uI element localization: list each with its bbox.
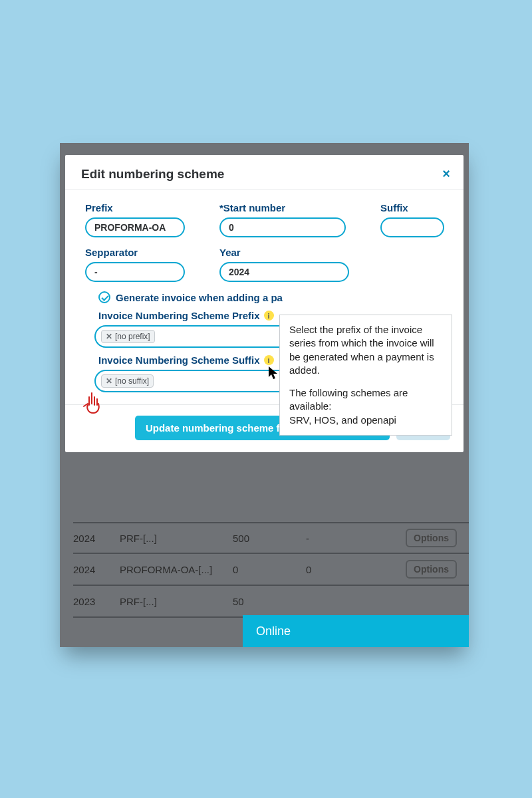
close-icon[interactable]: ×: [442, 167, 450, 180]
field-start-number: *Start number: [219, 202, 346, 237]
table-row: 2024 PROFORMA-OA-[...] 0 0 Options: [73, 554, 469, 586]
cell-a: 500: [233, 533, 306, 544]
separator-input[interactable]: [85, 262, 185, 282]
generate-invoice-toggle[interactable]: Generate invoice when adding a pa: [98, 291, 444, 303]
edit-numbering-scheme-modal: Edit numbering scheme × Prefix *Start nu…: [65, 155, 464, 452]
svg-marker-0: [269, 366, 277, 379]
field-year: Year: [219, 247, 349, 282]
scheme-prefix-text: Invoice Numbering Scheme Prefix: [98, 310, 260, 321]
tooltip-text: The following schemes are available:: [289, 387, 408, 412]
field-prefix: Prefix: [85, 202, 185, 237]
suffix-label: Suffix: [380, 202, 444, 213]
start-number-label: *Start number: [219, 202, 346, 213]
cell-a: 0: [233, 564, 306, 575]
cell-year: 2024: [73, 533, 120, 544]
scheme-suffix-text: Invoice Numbering Scheme Suffix: [98, 354, 260, 366]
remove-chip-icon[interactable]: ✕: [106, 376, 112, 386]
modal-title: Edit numbering scheme: [81, 167, 224, 182]
tooltip-text: Select the prefix of the invoice series …: [289, 323, 442, 377]
prefix-input[interactable]: [85, 217, 185, 237]
year-label: Year: [219, 247, 349, 258]
remove-chip-icon[interactable]: ✕: [106, 332, 112, 341]
separator-label: Sepparator: [85, 247, 185, 258]
info-icon[interactable]: i: [264, 311, 274, 321]
background-table: 2024 PRF-[...] 500 - Options 2024 PROFOR…: [73, 522, 469, 618]
check-circle-icon: [98, 291, 110, 303]
cell-b: 0: [306, 564, 379, 575]
modal-header: Edit numbering scheme ×: [65, 155, 464, 190]
tag-chip-no-prefix[interactable]: ✕ [no prefix]: [101, 330, 155, 343]
cell-year: 2024: [73, 564, 120, 575]
suffix-input[interactable]: [380, 217, 444, 237]
cell-b: -: [306, 533, 379, 544]
options-button[interactable]: Options: [406, 529, 457, 547]
field-separator: Sepparator: [85, 247, 185, 282]
info-tooltip: Select the prefix of the invoice series …: [279, 315, 452, 436]
online-label: Online: [256, 624, 291, 638]
field-suffix: Suffix: [380, 202, 444, 237]
options-button[interactable]: Options: [406, 560, 457, 579]
cell-a: 50: [233, 596, 306, 607]
cell-name: PROFORMA-OA-[...]: [120, 564, 233, 575]
table-row: 2024 PRF-[...] 500 - Options: [73, 522, 469, 554]
chip-text: [no prefix]: [115, 332, 150, 341]
cell-year: 2023: [73, 596, 120, 607]
table-row: 2023 PRF-[...] 50: [73, 586, 469, 618]
prefix-label: Prefix: [85, 202, 185, 213]
year-input[interactable]: [219, 262, 349, 282]
app-window: 2024 PRF-[...] 500 - Options 2024 PROFOR…: [60, 143, 469, 647]
generate-invoice-label: Generate invoice when adding a pa: [116, 292, 283, 303]
info-icon[interactable]: i: [264, 355, 274, 365]
cell-name: PRF-[...]: [120, 596, 233, 607]
hand-cursor-icon: [80, 390, 104, 417]
tag-chip-no-suffix[interactable]: ✕ [no suffix]: [101, 374, 154, 388]
arrow-cursor-icon: [269, 366, 279, 381]
chip-text: [no suffix]: [115, 376, 149, 386]
tooltip-text: SRV, HOS, and openapi: [289, 414, 396, 426]
start-number-input[interactable]: [219, 217, 346, 237]
online-status-banner: Online: [243, 615, 469, 647]
cell-name: PRF-[...]: [120, 533, 233, 544]
